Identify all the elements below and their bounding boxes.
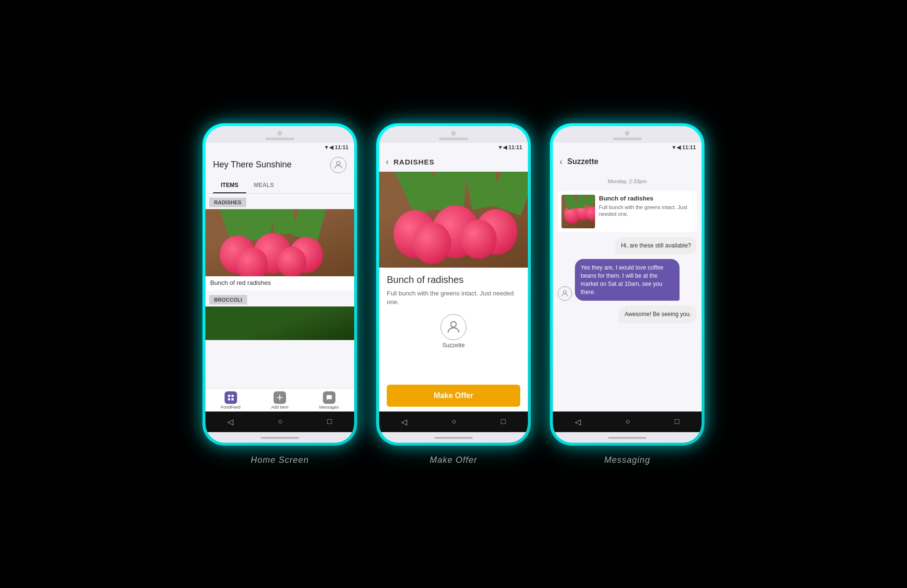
offer-image <box>379 172 528 268</box>
svg-rect-3 <box>228 398 230 400</box>
make-offer-button[interactable]: Make Offer <box>387 385 520 407</box>
phone-label-home: Home Screen <box>251 455 309 465</box>
phone-msg-top-bar <box>553 126 702 143</box>
camera-offer <box>451 131 456 136</box>
offer-screen-content: ‹ RADISHES <box>379 152 528 412</box>
chat-icon <box>323 391 335 404</box>
home-btn-msg[interactable]: ○ <box>625 417 630 426</box>
back-arrow-offer[interactable]: ‹ <box>386 157 389 167</box>
msg-bubble-2: Yes they are, I would love coffee beans … <box>575 259 680 301</box>
tab-items[interactable]: ITEMS <box>213 178 246 193</box>
msg-content: Monday, 2:33pm <box>553 172 702 412</box>
category-broccoli: BROCCOLI <box>209 295 247 305</box>
phone-top-bar <box>205 126 354 143</box>
nav-messages[interactable]: Messages <box>319 391 339 410</box>
home-header: Hey There Sunshine <box>205 152 354 178</box>
msg-screen-content: ‹ Suzzette Monday, 2:33pm <box>553 152 702 412</box>
home-btn-offer[interactable]: ○ <box>452 417 456 426</box>
nav-messages-label: Messages <box>319 405 339 410</box>
phone-label-offer: Make Offer <box>430 455 477 465</box>
item-card-broccoli[interactable] <box>205 306 354 340</box>
message-2: Yes they are, I would love coffee beans … <box>558 259 697 301</box>
svg-point-0 <box>336 161 340 165</box>
back-btn[interactable]: ◁ <box>227 417 233 426</box>
offer-body: Bunch of radishes Full bunch with the gr… <box>379 268 528 363</box>
svg-rect-4 <box>231 398 234 400</box>
speaker-msg <box>613 138 642 140</box>
bottom-app-nav: FoodFeed Add Item Messages <box>205 388 354 412</box>
signal-icon-msg: ▼◀ <box>671 144 680 151</box>
category-radishes: RADISHES <box>209 198 246 207</box>
signal-icon: ▼◀ <box>324 144 333 151</box>
recents-btn[interactable]: □ <box>327 417 332 426</box>
tab-meals[interactable]: MEALS <box>246 178 282 193</box>
status-bar-home: ▼◀ 11:11 <box>205 143 354 152</box>
offer-item-desc: Full bunch with the greens intact. Just … <box>387 289 520 306</box>
android-nav-offer: ◁ ○ □ <box>379 412 528 432</box>
status-bar-msg: ▼◀ 11:11 <box>553 143 702 152</box>
make-offer-btn-wrapper: Make Offer <box>379 380 528 412</box>
nav-foodfeed-label: FoodFeed <box>221 405 240 410</box>
phone-msg-wrapper: ▼◀ 11:11 ‹ Suzzette Monday, 2:33pm <box>550 123 704 465</box>
phone-home-body: ▼◀ 11:11 Hey There Sunshine <box>205 126 354 443</box>
android-nav-msg: ◁ ○ □ <box>553 412 702 432</box>
phone-offer-outer: ▼◀ 11:11 ‹ RADISHES <box>376 123 531 446</box>
phone-offer-top-bar <box>379 126 528 143</box>
android-nav-home: ◁ ○ □ <box>205 412 354 432</box>
svg-point-5 <box>451 322 456 327</box>
msg-item-info: Bunch of radishes Full bunch with the gr… <box>599 195 693 218</box>
nav-add-item[interactable]: Add Item <box>271 391 288 410</box>
speaker <box>265 138 294 140</box>
offer-header: ‹ RADISHES <box>379 152 528 172</box>
msg-header-title: Suzzette <box>567 157 598 166</box>
offer-seller: Suzzette <box>387 314 520 349</box>
msg-item-title: Bunch of radishes <box>599 195 693 202</box>
msg-header: ‹ Suzzette <box>553 152 702 172</box>
phone-home-wrapper: ▼◀ 11:11 Hey There Sunshine <box>203 123 357 465</box>
item-title-radishes: Bunch of red radishes <box>205 276 354 290</box>
back-arrow-msg[interactable]: ‹ <box>560 157 562 167</box>
scene: ▼◀ 11:11 Hey There Sunshine <box>164 94 743 494</box>
items-list: RADISHES <box>205 194 354 388</box>
svg-point-6 <box>563 291 566 294</box>
msg-timestamp: Monday, 2:33pm <box>558 176 697 186</box>
msg-item-image <box>561 195 595 228</box>
status-bar-offer: ▼◀ 11:11 <box>379 143 528 152</box>
msg-item-desc: Full bunch with the greens intact. Just … <box>599 204 693 218</box>
recents-btn-msg[interactable]: □ <box>675 417 680 426</box>
plus-icon <box>274 391 286 404</box>
msg-item-card: Bunch of radishes Full bunch with the gr… <box>558 191 697 232</box>
phone-msg-outer: ▼◀ 11:11 ‹ Suzzette Monday, 2:33pm <box>550 123 704 446</box>
home-indicator-offer <box>434 437 473 439</box>
message-1: Hi, are these still available? <box>558 237 697 255</box>
svg-rect-2 <box>231 395 234 397</box>
nav-add-item-label: Add Item <box>271 405 288 410</box>
grid-icon <box>225 391 237 404</box>
msg-sender-avatar <box>558 286 572 301</box>
phone-msg-body: ▼◀ 11:11 ‹ Suzzette Monday, 2:33pm <box>553 126 702 443</box>
phone-bottom-bar-msg <box>553 432 702 443</box>
phone-bottom-bar-home <box>205 432 354 443</box>
phone-label-msg: Messaging <box>604 455 650 465</box>
home-indicator-msg <box>608 437 646 439</box>
nav-foodfeed[interactable]: FoodFeed <box>221 391 240 410</box>
back-btn-msg[interactable]: ◁ <box>575 417 581 426</box>
home-btn[interactable]: ○ <box>278 417 283 426</box>
item-card-radishes[interactable]: Bunch of red radishes <box>205 209 354 290</box>
home-screen-content: Hey There Sunshine ITEMS MEALS <box>205 152 354 412</box>
item-image-broccoli <box>205 306 354 340</box>
offer-content: Bunch of radishes Full bunch with the gr… <box>379 172 528 380</box>
seller-name: Suzzette <box>442 342 465 349</box>
phone-home-outer: ▼◀ 11:11 Hey There Sunshine <box>203 123 357 446</box>
phone-offer-body: ▼◀ 11:11 ‹ RADISHES <box>379 126 528 443</box>
recents-btn-offer[interactable]: □ <box>501 417 506 426</box>
seller-avatar <box>441 314 466 340</box>
msg-bubble-1: Hi, are these still available? <box>615 237 697 255</box>
camera-msg <box>625 131 630 136</box>
msg-bubble-3: Awesome! Be seeing you. <box>619 306 697 323</box>
phone-offer-wrapper: ▼◀ 11:11 ‹ RADISHES <box>376 123 531 465</box>
offer-item-title: Bunch of radishes <box>387 274 520 285</box>
avatar-icon[interactable] <box>330 157 346 173</box>
svg-rect-1 <box>228 395 230 397</box>
back-btn-offer[interactable]: ◁ <box>401 417 407 426</box>
